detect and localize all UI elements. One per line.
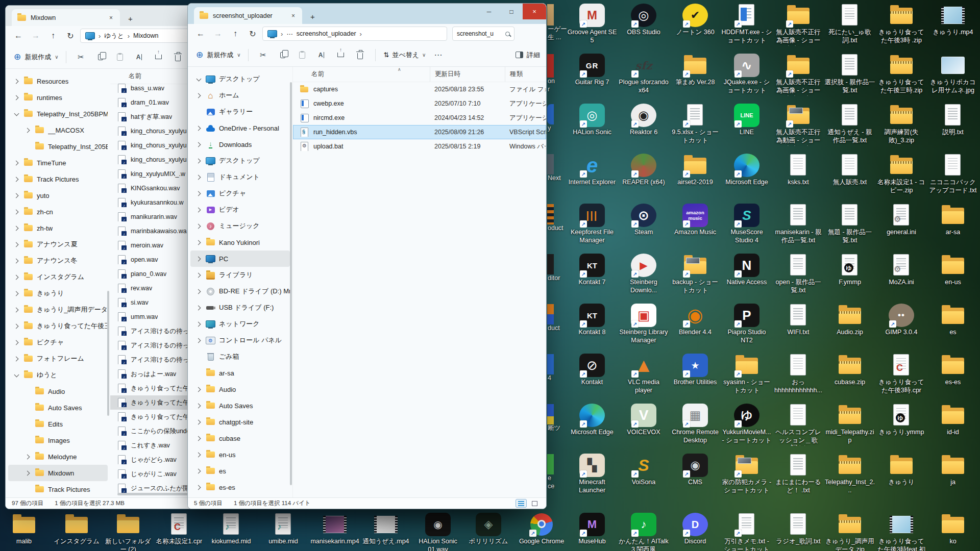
desktop-icon[interactable]: 新しいフォルダー (2) — [103, 512, 154, 551]
desktop-icon[interactable]: ラジオ_歌詞.txt — [773, 512, 824, 551]
cut-button[interactable]: ✂ — [71, 49, 91, 65]
rename-button[interactable] — [130, 49, 149, 65]
desktop-icon[interactable]: ⚙ MoZA.ini — [876, 253, 927, 303]
desktop-icon[interactable]: ◉ CMS — [670, 453, 721, 503]
share-button[interactable] — [149, 49, 168, 65]
sidebar-item[interactable]: chatgpt-site — [190, 414, 290, 430]
paste-button[interactable] — [110, 49, 130, 65]
desktop-icon[interactable]: ゆ F.ymmp — [824, 253, 875, 303]
desktop-icon[interactable]: Audio.zip — [824, 303, 875, 353]
desktop-icon[interactable]: 筆まめ Ver.28 — [670, 53, 721, 103]
file-row[interactable]: cwebp.exe 2025/07/10 7:10 アプリケーション — [293, 96, 546, 111]
chevron-icon[interactable] — [195, 108, 202, 115]
breadcrumb-item[interactable]: ゆうと — [104, 32, 124, 40]
desktop-icon[interactable]: Google Chrome — [516, 512, 567, 551]
chevron-icon[interactable] — [195, 76, 202, 83]
desktop-icon[interactable]: ◉ Blender 4.4 — [670, 303, 721, 353]
desktop-icon[interactable]: 名称未設定1 - コピー.zip — [876, 153, 927, 203]
breadcrumb-item[interactable]: Mixdown — [133, 32, 158, 39]
desktop-icon[interactable]: syasinn - ショートカット — [721, 353, 772, 403]
sidebar-item[interactable]: ライブラリ — [190, 267, 290, 283]
file-row[interactable]: upload.bat 2025/08/15 2:19 Windows バッチ フ… — [293, 139, 546, 154]
forward-button[interactable]: → — [210, 27, 226, 41]
desktop-icon[interactable]: midi_Telepathy.zip — [824, 403, 875, 453]
desktop-icon[interactable]: ▦ Chrome Remote Desktop — [670, 403, 721, 453]
new-tab-button[interactable]: + — [125, 14, 136, 23]
chevron-icon[interactable] — [13, 208, 20, 215]
new-button[interactable]: ⊕ 新規作成 ∨ — [194, 49, 243, 60]
chevron-icon[interactable] — [13, 273, 20, 281]
sidebar-item[interactable]: Edits — [8, 416, 108, 432]
chevron-icon[interactable] — [195, 320, 202, 328]
explorer-tab-screenshot-uploader[interactable]: screenshot_uploader × — [194, 7, 302, 24]
sidebar-item[interactable]: インスタグラム — [8, 269, 108, 285]
desktop-icon[interactable]: ksks.txt — [773, 153, 824, 203]
sidebar-item[interactable]: runtimes — [8, 89, 108, 106]
desktop-icon[interactable]: 通知うぜえ - 親作品一覧.txt — [824, 103, 875, 153]
desktop-icon[interactable]: ▣ Steinberg Library Manager — [618, 303, 669, 353]
sidebar-item[interactable]: ドキュメント — [190, 169, 290, 185]
chevron-icon[interactable] — [195, 239, 202, 246]
desktop-icon[interactable]: Telepathy_Inst_2... — [824, 453, 875, 503]
sidebar-item[interactable]: Telepathy_Inst_205BPM — [8, 138, 108, 155]
desktop-icon[interactable]: manisekarin - 親作品一覧.txt — [773, 203, 824, 253]
up-button[interactable]: ↑ — [45, 29, 61, 43]
desktop-icon[interactable]: 通知うぜえ.mp4 — [360, 512, 411, 551]
desktop-icon[interactable]: V VOICEVOX — [618, 403, 669, 453]
chevron-icon[interactable] — [195, 418, 202, 425]
desktop-icon[interactable]: ♪ kiokumed.mid — [206, 512, 257, 551]
sidebar-item[interactable]: Audio — [8, 383, 108, 399]
desktop-icon[interactable]: ▶ Steinberg Downlo... — [618, 253, 669, 303]
desktop-icon[interactable]: ∿ JQuake.exe - ショートカット — [721, 53, 772, 103]
desktop-icon[interactable]: airset2-2019 — [670, 153, 721, 203]
desktop-icon[interactable]: Microsoft Edge — [567, 403, 618, 453]
desktop-icon[interactable]: 調声練習(失敗)_3.zip — [876, 103, 927, 153]
sidebar-item[interactable]: en-us — [190, 446, 290, 463]
breadcrumb-item[interactable]: screenshot_uploader — [297, 30, 356, 37]
occluded-desktop-icon[interactable]: 断ツ — [547, 404, 570, 433]
chevron-icon[interactable] — [24, 469, 31, 477]
explorer-tab-mixdown[interactable]: Mixdown × — [12, 9, 120, 26]
desktop-icon[interactable]: WIFI.txt — [773, 303, 824, 353]
sidebar-item[interactable]: ピクチャ — [190, 185, 290, 202]
chevron-icon[interactable] — [13, 159, 20, 166]
sidebar-item[interactable]: __MACOSX — [8, 122, 108, 138]
desktop-icon[interactable]: 9.5.xlsx - ショートカット — [670, 103, 721, 153]
desktop-icon[interactable]: ▚ Minecraft Launcher — [567, 453, 618, 503]
sidebar-item[interactable]: ごみ箱 — [190, 348, 290, 365]
chevron-icon[interactable] — [195, 467, 202, 474]
sidebar-item[interactable]: Track Pictures — [8, 481, 108, 497]
sidebar-item[interactable]: ar-sa — [190, 365, 290, 381]
desktop-icon[interactable]: ゆ YukkuriMovieM... - ショートカット — [721, 403, 772, 453]
desktop-icon[interactable]: S VoiSona — [618, 453, 669, 503]
occluded-desktop-icon[interactable]: duct — [547, 304, 570, 333]
desktop-icon[interactable]: ◉ HALion Sonic 01.wav — [412, 512, 463, 551]
sidebar-item[interactable]: Kano Yukinori — [190, 234, 290, 251]
details-button[interactable]: 詳細 — [516, 51, 540, 60]
sidebar-item[interactable]: ピクチャ — [8, 334, 108, 350]
chevron-icon[interactable] — [195, 92, 202, 99]
paste-button[interactable] — [292, 47, 312, 63]
occluded-desktop-icon[interactable]: 4 — [547, 354, 570, 383]
chevron-icon[interactable] — [195, 288, 202, 295]
desktop-icon[interactable]: manisekarin.mp4 — [309, 512, 360, 551]
desktop-icon[interactable]: きゅうりポカコレ用サムネ.jpg — [927, 53, 978, 103]
occluded-desktop-icon[interactable]: oduct — [547, 204, 570, 233]
chevron-icon[interactable] — [195, 157, 202, 164]
desktop-icon[interactable]: 万引きメモ.txt - ショートカット — [721, 512, 772, 551]
chevron-icon[interactable] — [195, 173, 202, 181]
sidebar-item[interactable]: ホーム — [190, 87, 290, 104]
occluded-desktop-icon[interactable]: y — [547, 104, 570, 133]
occluded-desktop-icon[interactable]: on r — [547, 54, 570, 93]
sidebar-item[interactable]: Melodyne — [8, 448, 108, 465]
delete-button[interactable] — [168, 49, 188, 65]
desktop-icon[interactable]: C 名称未設定1.cpr — [154, 512, 205, 551]
chevron-icon[interactable] — [13, 257, 20, 264]
chevron-icon[interactable] — [195, 304, 202, 311]
desktop-icon[interactable]: LINE LINE — [721, 103, 772, 153]
desktop-icon[interactable]: backup - ショートカット — [670, 253, 721, 303]
desktop-icon[interactable]: 無人販売不正行為画像 - ショートカッ... — [773, 3, 824, 53]
sidebar-item[interactable]: es-es — [190, 479, 290, 495]
desktop-icon[interactable]: e Internet Explorer — [567, 153, 618, 203]
desktop-icon[interactable]: ja — [927, 453, 978, 503]
